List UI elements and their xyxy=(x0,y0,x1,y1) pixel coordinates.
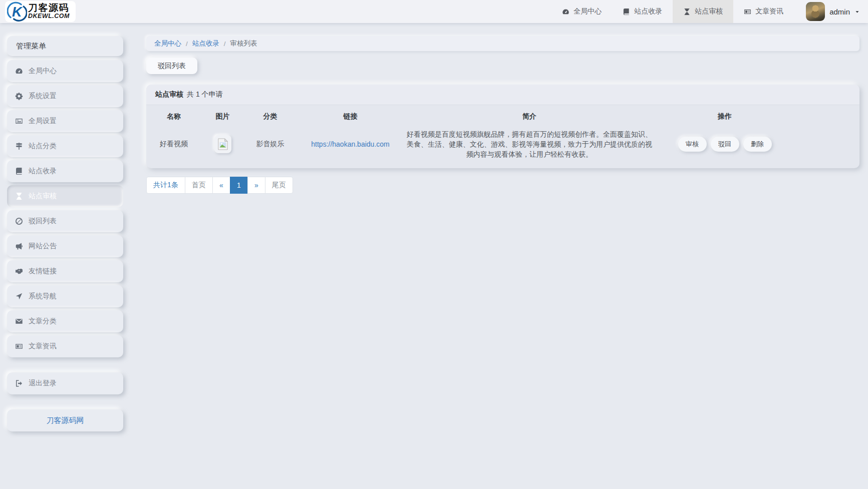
sidebar-item-friend-links[interactable]: 友情链接 xyxy=(7,260,123,282)
newspaper-icon xyxy=(15,342,23,350)
sidebar-item-label: 文章资讯 xyxy=(29,342,57,351)
hourglass-icon xyxy=(683,8,691,16)
book-icon xyxy=(623,8,630,16)
nav-item-site-review[interactable]: 站点审核 xyxy=(673,0,733,23)
sidebar-item-global-settings[interactable]: 全局设置 xyxy=(7,110,123,132)
tachometer-icon xyxy=(562,8,569,16)
nav-item-article-news[interactable]: 文章资讯 xyxy=(733,0,794,23)
sidebar-item-site-index[interactable]: 站点收录 xyxy=(7,160,123,182)
sidebar-item-label: 系统设置 xyxy=(29,92,57,101)
breadcrumb-separator: / xyxy=(186,40,188,48)
sidebar: 管理菜单 全局中心 系统设置 全局设置 站点分类 站点收录 站点审核 驳回列表 xyxy=(7,36,123,431)
breadcrumb-current: 审核列表 xyxy=(230,39,257,48)
sidebar-gap xyxy=(7,397,123,409)
sidebar-item-site-review[interactable]: 站点审核 xyxy=(7,185,123,207)
nav-item-global-center[interactable]: 全局中心 xyxy=(551,0,612,23)
svg-text:K: K xyxy=(12,4,23,20)
sidebar-item-label: 全局设置 xyxy=(29,117,57,126)
newspaper-icon xyxy=(744,8,751,16)
breadcrumb: 全局中心 / 站点收录 / 审核列表 xyxy=(146,36,859,51)
caret-down-icon xyxy=(854,9,860,15)
book-icon xyxy=(15,167,23,175)
brand-logo[interactable]: K 刀客源码 DKEWL.COM xyxy=(5,1,76,22)
sidebar-item-label: 系统导航 xyxy=(29,292,57,301)
sidebar-brand-link[interactable]: 刀客源码网 xyxy=(7,409,123,431)
col-header-category: 分类 xyxy=(244,112,297,121)
image-icon xyxy=(15,117,23,125)
broken-image-icon xyxy=(217,138,228,150)
sidebar-item-label: 站点分类 xyxy=(29,142,57,151)
navbar-menu: 全局中心 站点收录 站点审核 文章资讯 admin xyxy=(551,0,860,23)
brand-subtitle: DKEWL.COM xyxy=(28,13,70,20)
cell-site-description: 好看视频是百度短视频旗舰品牌，拥有超百万的短视频创作者。全面覆盖知识、美食、生活… xyxy=(404,129,655,159)
cell-actions: 审核 驳回 删除 xyxy=(655,137,795,152)
approve-button[interactable]: 审核 xyxy=(678,137,707,152)
pagination-total: 共计1条 xyxy=(146,177,185,194)
sidebar-item-logout[interactable]: 退出登录 xyxy=(7,372,123,394)
col-header-link: 链接 xyxy=(297,112,404,121)
nav-item-label: 全局中心 xyxy=(573,7,602,16)
reject-button[interactable]: 驳回 xyxy=(711,137,739,152)
col-header-name: 名称 xyxy=(146,112,201,121)
breadcrumb-link-site-index[interactable]: 站点收录 xyxy=(192,39,219,48)
avatar xyxy=(806,2,825,21)
sidebar-item-site-announcements[interactable]: 网站公告 xyxy=(7,235,123,257)
sidebar-item-system-nav[interactable]: 系统导航 xyxy=(7,285,123,307)
nav-item-label: 站点收录 xyxy=(634,7,662,16)
sidebar-item-label: 驳回列表 xyxy=(29,217,57,226)
sidebar-item-site-categories[interactable]: 站点分类 xyxy=(7,135,123,157)
hourglass-icon xyxy=(15,192,23,200)
cell-site-image xyxy=(201,135,244,153)
sidebar-item-article-categories[interactable]: 文章分类 xyxy=(7,310,123,332)
delete-button[interactable]: 删除 xyxy=(743,137,772,152)
cell-site-link[interactable]: https://haokan.baidu.com xyxy=(297,140,404,148)
tachometer-icon xyxy=(15,67,23,75)
handshake-icon xyxy=(15,267,23,275)
breadcrumb-separator: / xyxy=(224,40,226,48)
pagination-prev[interactable]: « xyxy=(212,177,230,194)
sidebar-item-label: 退出登录 xyxy=(29,379,57,388)
sidebar-item-label: 文章分类 xyxy=(29,317,57,326)
panel-subtitle: 共 1 个申请 xyxy=(187,90,223,99)
envelope-icon xyxy=(15,317,23,325)
col-header-description: 简介 xyxy=(404,112,655,121)
sidebar-header: 管理菜单 xyxy=(7,36,123,56)
location-arrow-icon xyxy=(15,292,23,300)
breadcrumb-link-global-center[interactable]: 全局中心 xyxy=(154,39,181,48)
panel-header: 站点审核 共 1 个申请 xyxy=(146,85,859,105)
bullhorn-icon xyxy=(15,242,23,250)
sidebar-gap xyxy=(7,360,123,372)
pagination-last[interactable]: 尾页 xyxy=(265,177,293,194)
pagination-first[interactable]: 首页 xyxy=(185,177,213,194)
sidebar-item-system-settings[interactable]: 系统设置 xyxy=(7,85,123,107)
nav-item-label: 文章资讯 xyxy=(755,7,783,16)
pagination: 共计1条 首页 « 1 » 尾页 xyxy=(146,177,859,194)
user-name: admin xyxy=(829,8,850,16)
sidebar-item-label: 友情链接 xyxy=(29,267,57,276)
pagination-page-1[interactable]: 1 xyxy=(230,177,248,194)
user-menu[interactable]: admin xyxy=(806,2,860,21)
sidebar-item-label: 全局中心 xyxy=(29,67,57,76)
sidebar-item-label: 网站公告 xyxy=(29,242,57,251)
map-signs-icon xyxy=(15,142,23,150)
gear-icon xyxy=(15,92,23,100)
sidebar-item-global-center[interactable]: 全局中心 xyxy=(7,60,123,82)
ban-icon xyxy=(15,217,23,225)
table-row: 好看视频 影音娱乐 https://haokan.baidu.com 好看视频是… xyxy=(146,128,859,168)
page: K 刀客源码 DKEWL.COM 全局中心 站点收录 站点审核 文章资讯 xyxy=(0,0,868,489)
main-content: 全局中心 / 站点收录 / 审核列表 驳回列表 站点审核 共 1 个申请 名称 … xyxy=(146,36,859,194)
brand-title: 刀客源码 xyxy=(28,3,70,13)
table-header-row: 名称 图片 分类 链接 简介 操作 xyxy=(146,105,859,128)
sidebar-item-label: 站点审核 xyxy=(29,192,57,201)
sidebar-item-reject-list[interactable]: 驳回列表 xyxy=(7,210,123,232)
reject-list-button[interactable]: 驳回列表 xyxy=(146,58,197,74)
nav-item-site-index[interactable]: 站点收录 xyxy=(612,0,673,23)
brand-k-icon: K xyxy=(7,2,27,22)
pagination-next[interactable]: » xyxy=(247,177,265,194)
review-panel: 站点审核 共 1 个申请 名称 图片 分类 链接 简介 操作 好看视频 影音娱乐 xyxy=(146,85,859,168)
sidebar-item-label: 站点收录 xyxy=(29,167,57,176)
cell-site-category: 影音娱乐 xyxy=(244,140,297,149)
col-header-actions: 操作 xyxy=(655,112,795,121)
sidebar-item-article-news[interactable]: 文章资讯 xyxy=(7,335,123,357)
top-navbar: K 刀客源码 DKEWL.COM 全局中心 站点收录 站点审核 文章资讯 xyxy=(0,0,868,23)
